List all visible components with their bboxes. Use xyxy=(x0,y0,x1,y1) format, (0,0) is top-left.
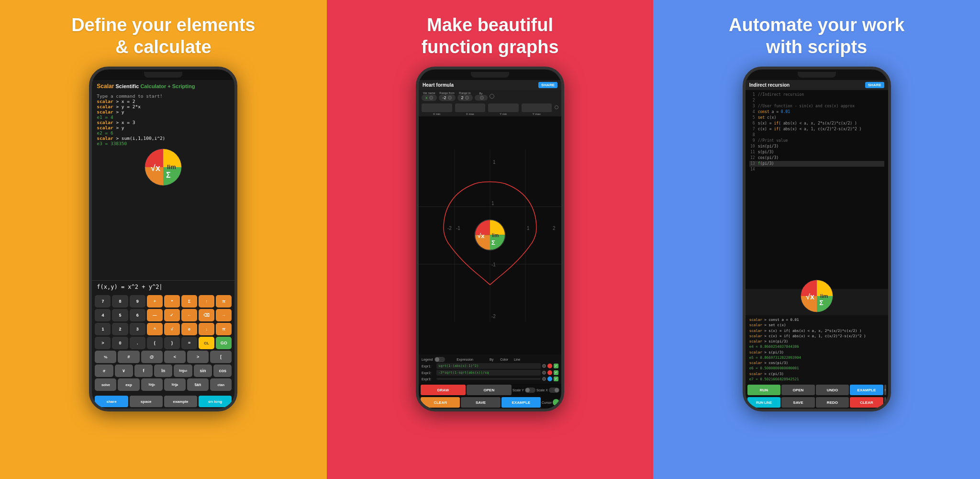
example-btn[interactable]: example xyxy=(164,396,197,407)
key-exp[interactable]: exp xyxy=(118,378,139,391)
legend-toggle[interactable] xyxy=(434,357,445,362)
scroll-up-btn[interactable]: ↑ xyxy=(884,385,886,395)
expr1-check[interactable]: ✓ xyxy=(554,364,558,368)
key-lt[interactable]: < xyxy=(164,351,186,363)
graph-area: 1 -1 -2 1 -2 -1 0 1 2 xyxy=(419,116,561,354)
xmax-input[interactable] xyxy=(455,103,486,112)
key-tan[interactable]: tan xyxy=(187,378,209,391)
expr2-input[interactable]: -3*sqrt(1-sqrt(abs(x))/sq xyxy=(436,370,541,376)
by-input[interactable] xyxy=(475,95,488,101)
run-line-btn[interactable]: RUN LINE xyxy=(747,397,781,408)
key-solve[interactable]: solve xyxy=(95,378,116,391)
expr1-color[interactable] xyxy=(547,364,552,368)
key-cl[interactable]: CL xyxy=(199,337,214,349)
scaley-toggle[interactable] xyxy=(525,388,535,393)
key-cos[interactable]: cos xyxy=(213,365,232,377)
range-to-input[interactable]: 2 xyxy=(457,94,473,101)
undo-btn[interactable]: UNDO xyxy=(816,385,849,395)
key-sin[interactable]: sin xyxy=(194,365,212,377)
expr3-input[interactable] xyxy=(436,378,541,380)
key-6[interactable]: 6 xyxy=(130,309,145,321)
clear-script-btn[interactable]: CLEAR xyxy=(850,397,883,408)
ymax-input[interactable] xyxy=(522,103,552,112)
key-lparen[interactable]: ( xyxy=(147,337,163,349)
key-minus[interactable]: — xyxy=(147,309,163,321)
expr2-color[interactable] xyxy=(547,370,552,375)
key-9[interactable]: 9 xyxy=(130,295,145,308)
expr3-check[interactable]: ✓ xyxy=(554,376,558,381)
key-at[interactable]: @ xyxy=(141,351,163,363)
xmax-group: X max xyxy=(455,103,486,115)
scroll-down-btn[interactable]: ↓ xyxy=(884,397,886,408)
example-graph-btn[interactable]: EXAMPLE xyxy=(501,397,541,408)
draw-btn[interactable]: DRAW xyxy=(421,385,466,395)
key-4[interactable]: 4 xyxy=(95,309,111,321)
run-btn[interactable]: RUN xyxy=(747,385,781,395)
space-btn[interactable]: space xyxy=(130,396,163,407)
graph-share-btn[interactable]: SHARE xyxy=(538,82,557,88)
key-sigma[interactable]: Σ xyxy=(181,295,197,308)
key-rparen[interactable]: ) xyxy=(164,337,180,349)
key-1[interactable]: 1 xyxy=(95,323,111,335)
key-go[interactable]: GO xyxy=(216,337,232,349)
keypad[interactable]: 7 8 9 + * Σ ↑ π 4 5 6 — ✓ ← ⌫ → xyxy=(92,293,234,394)
key-sqrt[interactable]: √ xyxy=(164,323,180,335)
key-mul[interactable]: * xyxy=(164,295,180,308)
save-graph-btn[interactable]: SAVE xyxy=(461,397,500,408)
key-or[interactable]: ∨ xyxy=(115,365,133,377)
key-pi2[interactable]: π xyxy=(216,323,232,335)
param-close[interactable] xyxy=(490,94,494,99)
key-pow[interactable]: ^ xyxy=(147,323,163,335)
svg-text:Σ: Σ xyxy=(491,239,495,246)
key-plus[interactable]: + xyxy=(147,295,163,308)
code-line-4: 4 const a = 0.01 xyxy=(749,109,884,115)
var-name-input[interactable]: x xyxy=(422,94,437,101)
save-script-btn[interactable]: SAVE xyxy=(781,397,815,408)
expr2-check[interactable]: ✓ xyxy=(554,370,558,375)
key-loga[interactable]: logₐ xyxy=(141,378,163,391)
key-f[interactable]: f xyxy=(134,365,153,377)
key-7[interactable]: 7 xyxy=(95,295,111,308)
range-from-input[interactable]: -2 xyxy=(439,94,456,101)
open-btn[interactable]: OPEN xyxy=(467,385,512,395)
key-log4[interactable]: log₄ xyxy=(164,378,186,391)
example-script-btn[interactable]: EXAMPLE xyxy=(850,385,883,395)
key-ln[interactable]: ln xyxy=(154,365,172,377)
key-pct[interactable]: % xyxy=(95,351,116,363)
key-log10[interactable]: log₁₀ xyxy=(174,365,192,377)
ymin-input[interactable] xyxy=(488,103,519,112)
key-check[interactable]: ✓ xyxy=(164,309,180,321)
key-dot[interactable]: . xyxy=(130,337,145,349)
logo-area-1: √x lim Σ xyxy=(97,148,230,186)
redo-btn[interactable]: REDO xyxy=(816,397,849,408)
key-hash[interactable]: # xyxy=(118,351,139,363)
key-e[interactable]: e xyxy=(181,323,197,335)
key-down[interactable]: ↓ xyxy=(199,323,214,335)
key-gt[interactable]: > xyxy=(95,337,111,349)
key-eq[interactable]: = xyxy=(181,337,197,349)
key-if[interactable]: if xyxy=(95,365,113,377)
key-5[interactable]: 5 xyxy=(112,309,128,321)
expr3-color[interactable] xyxy=(547,376,552,381)
key-2[interactable]: 2 xyxy=(112,323,128,335)
expr1-input[interactable]: sqrt(1-(abs(x)-1)^2) xyxy=(436,363,541,369)
key-gt2[interactable]: > xyxy=(187,351,209,363)
key-ctan[interactable]: ctan xyxy=(210,378,232,391)
clear-graph-btn[interactable]: CLEAR xyxy=(421,397,460,408)
key-pi[interactable]: π xyxy=(216,295,232,308)
key-3[interactable]: 3 xyxy=(130,323,145,335)
script-share-btn[interactable]: SHARE xyxy=(865,82,884,88)
open-script-btn[interactable]: OPEN xyxy=(781,385,815,395)
share-btn[interactable]: share xyxy=(95,396,128,407)
key-lbracket[interactable]: [ xyxy=(210,351,232,363)
expr-row-2: Expr2: -3*sqrt(1-sqrt(abs(x))/sq ✓ xyxy=(422,370,558,376)
onlong-btn[interactable]: on long xyxy=(199,396,232,407)
key-right[interactable]: → xyxy=(216,309,232,321)
key-del[interactable]: ⌫ xyxy=(199,309,214,321)
key-8[interactable]: 8 xyxy=(112,295,128,308)
key-up[interactable]: ↑ xyxy=(199,295,214,308)
key-left[interactable]: ← xyxy=(181,309,197,321)
xmin-input[interactable] xyxy=(422,103,452,112)
scalex-toggle[interactable] xyxy=(549,388,559,393)
key-0[interactable]: 0 xyxy=(112,337,128,349)
